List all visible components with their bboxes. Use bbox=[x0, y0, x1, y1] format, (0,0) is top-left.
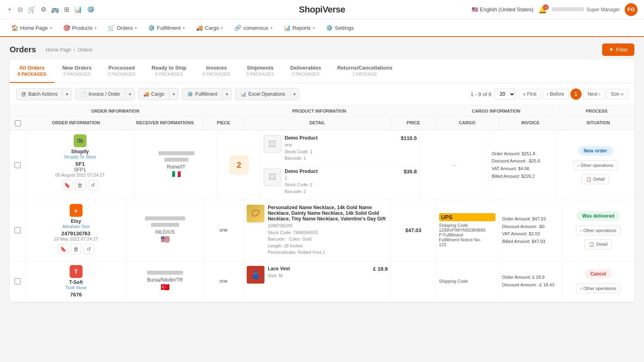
row2-other-ops-button[interactable]: ‹ Other operations bbox=[576, 226, 621, 235]
invoice-order-chevron[interactable]: ▾ bbox=[125, 88, 135, 100]
row2-order-amount: Order Amount: $47.03 bbox=[502, 215, 559, 223]
row2-bookmark-icon[interactable]: 🔖 bbox=[58, 244, 68, 254]
row1-flag: 🇮🇹 bbox=[172, 170, 181, 179]
excel-operations-button[interactable]: 📊 Excel Operations bbox=[235, 88, 290, 100]
tab-invoices[interactable]: Invoices 0 PACKAGES bbox=[194, 59, 238, 83]
row1-p2-meta: 2 Stock Code: 2 Barcode: 2 bbox=[285, 175, 318, 195]
row2-p1-color: Color: Gold bbox=[289, 237, 312, 241]
nav-reports-label: Reports bbox=[293, 25, 311, 31]
invoice-order-button[interactable]: 📄 Invoice / Order bbox=[75, 88, 125, 100]
row1-detail-button[interactable]: 📋 Detail bbox=[582, 174, 609, 184]
row1-other-ops-button[interactable]: ‹ Other operations bbox=[573, 160, 618, 170]
plus-icon[interactable]: ＋ bbox=[6, 5, 13, 14]
nav-cargo[interactable]: 🚚 Cargo ▾ bbox=[191, 19, 228, 37]
page-header: Orders Home Page › Orders ▼ Filter bbox=[0, 37, 644, 59]
current-page-button[interactable]: 1 bbox=[570, 88, 582, 100]
cart-icon[interactable]: 🛒 bbox=[28, 6, 36, 13]
cargo-label: Cargo bbox=[151, 91, 165, 97]
row2-vat: VAT Amount: $2.03 bbox=[502, 230, 559, 238]
prev-page-button[interactable]: ‹ Before bbox=[543, 89, 569, 99]
excel-chevron-btn[interactable]: ▾ bbox=[290, 88, 299, 100]
row3-price-cell bbox=[391, 261, 436, 302]
last-page-button[interactable]: Son » bbox=[607, 89, 628, 99]
row3-checkbox[interactable] bbox=[14, 278, 21, 284]
row3-store-link[interactable]: Tsoft Store bbox=[65, 285, 87, 290]
row2-p1-name: Personalized Name Necklace, 14k Gold Nam… bbox=[268, 205, 388, 222]
section-product-label: PRODUCT INFORMATION bbox=[292, 109, 346, 113]
col-receiver-label: RECEIVER INFORMATIONS bbox=[136, 120, 194, 125]
toolbar-right: 1 - 9 of 9 20 « First ‹ Before 1 Next › … bbox=[471, 88, 628, 100]
select-all-checkbox[interactable] bbox=[15, 120, 21, 126]
fulfillment-chevron: ▾ bbox=[183, 26, 185, 30]
row1-p1-meta: one Stock Code: 1 Barcode: 1 bbox=[285, 142, 318, 162]
row2-detail-button[interactable]: 📋 Detail bbox=[584, 239, 612, 249]
tab-all-orders[interactable]: All Orders 8 PACKAGES bbox=[10, 59, 54, 83]
tab-shipments-label: Shipments bbox=[246, 65, 274, 71]
row2-receiver: HILO/US 🇺🇸 bbox=[126, 200, 204, 261]
section-cargo-info: CARGO INFORMATION bbox=[434, 105, 559, 117]
row2-store-link[interactable]: Abraham Test bbox=[62, 224, 90, 229]
batch-actions-button[interactable]: @ Batch Actions bbox=[16, 88, 62, 100]
filter-icon: ▼ bbox=[609, 47, 614, 53]
row2-delete-icon[interactable]: 🗑 bbox=[71, 244, 81, 254]
filter-button[interactable]: ▼ Filter bbox=[602, 43, 634, 56]
fulfillment-chevron-btn[interactable]: ▾ bbox=[222, 88, 232, 100]
row2-fulfillment-type: P Fulfillment bbox=[439, 232, 495, 237]
row1-refresh-icon[interactable]: ↺ bbox=[88, 180, 98, 190]
row1-p2-price: $30.8 bbox=[404, 169, 417, 175]
language-selector[interactable]: 🇺🇸 English (United States) bbox=[472, 6, 533, 12]
row3-other-ops-button[interactable]: ‹ Other operations bbox=[576, 284, 621, 293]
row1-p2-barcode: Barcode: 2 bbox=[285, 189, 306, 194]
breadcrumb: Home Page › Orders bbox=[46, 47, 93, 53]
cargo-group: 🚚 Cargo ▾ bbox=[138, 88, 179, 100]
row1-store-link[interactable]: Shopify To Store bbox=[64, 154, 96, 159]
col-invoice: INVOICE bbox=[499, 117, 562, 130]
tab-deliverables[interactable]: Deliverables 2 PACKAGES bbox=[282, 59, 329, 83]
notification-button[interactable]: 🔔 0 bbox=[538, 5, 547, 14]
tab-ready-to-ship[interactable]: Ready to Ship 0 PACKAGES bbox=[144, 59, 195, 83]
row1-p1-qty: one bbox=[285, 142, 292, 147]
grid-icon[interactable]: ⊞ bbox=[64, 6, 69, 13]
widget3-icon[interactable]: 🚌 bbox=[51, 6, 59, 13]
nav-products[interactable]: 🎯 Products ▾ bbox=[58, 19, 101, 37]
tab-shipments[interactable]: Shipments 0 PACKAGES bbox=[238, 59, 282, 83]
batch-actions-chevron[interactable]: ▾ bbox=[62, 88, 72, 100]
nav-reports[interactable]: 📊 Reports ▾ bbox=[279, 19, 320, 37]
row2-refresh-icon[interactable]: ↺ bbox=[84, 244, 94, 254]
row1-order-date: 05 August 2022 07:24:27 bbox=[56, 173, 105, 177]
cargo-chevron-btn[interactable]: ▾ bbox=[169, 88, 179, 100]
nav-fulfillment[interactable]: ⚙️ Fulfillment ▾ bbox=[143, 19, 190, 37]
row1-delete-icon[interactable]: 🗑 bbox=[75, 180, 85, 190]
settings-icon[interactable]: ⚙️ bbox=[87, 6, 95, 13]
row2-checkbox[interactable] bbox=[14, 227, 21, 233]
row2-receiver-name-blurred2 bbox=[151, 223, 179, 227]
tab-processed[interactable]: Processed 2 PACKAGES bbox=[100, 59, 144, 83]
fulfillment-group: ⚙️ Fulfillment ▾ bbox=[182, 88, 232, 100]
next-page-button[interactable]: Next › bbox=[583, 89, 605, 99]
first-page-button[interactable]: « First bbox=[519, 89, 541, 99]
fulfillment-button[interactable]: ⚙️ Fulfillment bbox=[182, 88, 222, 100]
row1-ops-chevron: ‹ bbox=[578, 163, 579, 168]
cargo-button[interactable]: 🚚 Cargo bbox=[138, 88, 169, 100]
nav-consensus[interactable]: 🔗 consensus ▾ bbox=[229, 19, 277, 37]
breadcrumb-home[interactable]: Home Page bbox=[46, 47, 71, 53]
fulfillment-toolbar-icon: ⚙️ bbox=[187, 91, 193, 97]
nav-home[interactable]: 🏠 Home Page ▾ bbox=[6, 19, 57, 37]
row1-checkbox[interactable] bbox=[14, 162, 21, 168]
widget2-icon[interactable]: ⚙ bbox=[41, 6, 46, 13]
chart-icon[interactable]: 📊 bbox=[74, 6, 82, 13]
row1-piece: 2 bbox=[218, 130, 261, 200]
row2-p1-stock1: 1098706339 bbox=[268, 223, 292, 228]
user-avatar[interactable]: FG bbox=[625, 3, 638, 16]
row2-piece: one bbox=[204, 200, 244, 261]
nav-orders[interactable]: 🛒 Orders ▾ bbox=[103, 19, 142, 37]
col-piece: PIECE bbox=[204, 117, 244, 130]
nav-settings[interactable]: ⚙️ Settings bbox=[321, 19, 359, 37]
tab-new-orders[interactable]: New Orders 3 PACKAGES bbox=[54, 59, 100, 83]
row1-bookmark-icon[interactable]: 🔖 bbox=[62, 180, 72, 190]
widget1-icon[interactable]: ⊙ bbox=[18, 6, 23, 13]
row1-order-sub: SFP1 bbox=[74, 167, 86, 173]
tab-returns[interactable]: Returns/Cancellations 1 PACKAGE bbox=[329, 59, 400, 83]
page-size-select[interactable]: 20 bbox=[495, 88, 516, 100]
cargo-icon: 🚚 bbox=[196, 25, 203, 31]
